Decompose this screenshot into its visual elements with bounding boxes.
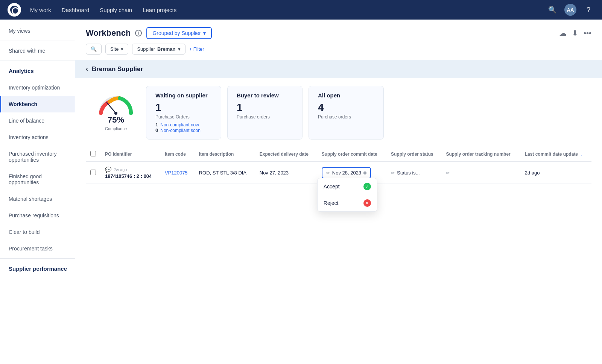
group-by-button[interactable]: Grouped by Supplier ▾	[146, 27, 211, 39]
non-compliant-now-num: 1	[155, 122, 158, 127]
all-open-title: All open	[318, 92, 374, 99]
main-layout: My views Shared with me Analytics Invent…	[0, 20, 602, 364]
waiting-count: 1	[155, 102, 212, 114]
sidebar-item-inventory-optimization[interactable]: Inventory optimization	[0, 79, 75, 96]
waiting-links: 1 Non-compliant now 0 Non-compliant soon	[155, 122, 212, 133]
page-header: Workbench i Grouped by Supplier ▾ ☁ ⬇ ••…	[75, 20, 602, 44]
supplier-name: Breman Supplier	[92, 65, 143, 73]
gauge-svg	[97, 94, 135, 115]
top-navigation: My work Dashboard Supply chain Lean proj…	[0, 0, 602, 20]
item-code-link[interactable]: VP120075	[165, 170, 188, 176]
commit-date-button[interactable]: ✏ Nov 28, 2023	[322, 167, 371, 179]
dropdown-accept-item[interactable]: Accept ✓	[318, 178, 377, 195]
sidebar-item-purchased-inventory[interactable]: Purchased inventory opportunities	[0, 146, 75, 168]
select-all-header	[86, 147, 100, 162]
tracking-pencil-icon: ✏	[446, 170, 450, 176]
po-age: 2w ago	[114, 167, 127, 172]
sidebar-item-my-views[interactable]: My views	[0, 23, 75, 39]
header-actions: ☁ ⬇ •••	[559, 29, 591, 38]
sidebar: My views Shared with me Analytics Invent…	[0, 20, 75, 364]
sidebar-item-clear-to-build[interactable]: Clear to build	[0, 224, 75, 240]
info-dot-icon	[363, 171, 366, 174]
item-code-cell: VP120075	[160, 162, 195, 184]
svg-line-0	[107, 103, 116, 113]
nav-links: My work Dashboard Supply chain Lean proj…	[30, 7, 546, 13]
sidebar-item-purchase-requisitions[interactable]: Purchase requisitions	[0, 207, 75, 224]
upload-icon[interactable]: ☁	[559, 29, 567, 38]
buyer-title: Buyer to review	[237, 92, 293, 99]
status-pencil-icon: ✏	[391, 170, 395, 176]
waiting-on-supplier-card[interactable]: Waiting on supplier 1 Purchase Orders 1 …	[146, 86, 221, 140]
select-all-checkbox[interactable]	[90, 151, 96, 156]
help-icon[interactable]: ?	[582, 4, 594, 16]
data-table-container: PO identifier Item code Item description…	[75, 147, 602, 191]
status-content: ✏ Status is...	[391, 170, 437, 176]
po-identifier-cell: 💬 2w ago 1874105746 : 2 : 004	[100, 162, 160, 184]
sidebar-item-shared-with-me[interactable]: Shared with me	[0, 42, 75, 59]
compliance-value: 75%	[108, 115, 124, 125]
sidebar-item-finished-good[interactable]: Finished good opportunities	[0, 168, 75, 191]
gauge-visual	[97, 94, 135, 115]
supplier-filter[interactable]: Supplier Breman ▾	[132, 44, 185, 55]
chevron-down-icon: ▾	[121, 46, 123, 52]
sidebar-item-analytics[interactable]: Analytics	[0, 62, 75, 79]
nav-dashboard[interactable]: Dashboard	[62, 7, 89, 13]
add-filter-button[interactable]: + Filter	[189, 46, 204, 52]
all-open-card[interactable]: All open 4 Purchase orders	[309, 86, 384, 140]
sidebar-item-supplier-performance[interactable]: Supplier performance	[0, 260, 75, 277]
svg-point-1	[114, 112, 117, 115]
commit-date-dropdown: Accept ✓ Reject ✕	[317, 178, 377, 212]
supply-order-commit-date-cell: ✏ Nov 28, 2023 Accept ✓	[317, 162, 386, 184]
chat-icon[interactable]: 💬	[105, 167, 111, 173]
metrics-row: 75% Compliance Waiting on supplier 1 Pur…	[75, 78, 602, 147]
supplier-value: Breman	[157, 46, 175, 52]
col-po-identifier: PO identifier	[100, 147, 160, 162]
sidebar-item-workbench[interactable]: Workbench	[0, 96, 75, 112]
buyer-sub: Purchase orders	[237, 114, 293, 120]
col-supply-order-tracking-number: Supply order tracking number	[441, 147, 520, 162]
download-icon[interactable]: ⬇	[572, 29, 578, 38]
user-avatar[interactable]: AA	[564, 4, 576, 16]
col-last-commit-date-update: Last commit date update ↓	[520, 147, 591, 162]
supplier-label: Supplier	[137, 46, 155, 52]
sidebar-item-inventory-actions[interactable]: Inventory actions	[0, 129, 75, 146]
non-compliant-now-row: 1 Non-compliant now	[155, 122, 212, 127]
back-arrow-icon[interactable]: ‹	[86, 65, 88, 73]
table-header: PO identifier Item code Item description…	[86, 147, 591, 162]
col-supply-order-commit-date: Supply order commit date	[317, 147, 386, 162]
status-text: Status is...	[397, 170, 420, 176]
chevron-down-icon: ▾	[178, 46, 181, 52]
nav-supply-chain[interactable]: Supply chain	[100, 7, 132, 13]
dropdown-reject-item[interactable]: Reject ✕	[318, 195, 377, 211]
supplier-section-header: ‹ Breman Supplier	[75, 60, 602, 78]
site-filter[interactable]: Site ▾	[105, 44, 128, 55]
col-item-description: Item description	[195, 147, 255, 162]
non-compliant-soon-link[interactable]: Non-compliant soon	[160, 128, 201, 133]
sidebar-divider-3	[0, 258, 75, 259]
supply-order-status-cell: ✏ Status is...	[386, 162, 441, 184]
col-supply-order-status: Supply order status	[386, 147, 441, 162]
search-icon[interactable]: 🔍	[546, 4, 558, 16]
more-options-icon[interactable]: •••	[584, 29, 591, 38]
col-item-code: Item code	[160, 147, 195, 162]
accept-check-icon: ✓	[363, 183, 371, 190]
row-checkbox[interactable]	[90, 170, 96, 175]
info-icon[interactable]: i	[135, 30, 142, 36]
sidebar-divider	[0, 41, 75, 41]
buyer-to-review-card[interactable]: Buyer to review 1 Purchase orders	[227, 86, 303, 140]
sort-desc-icon: ↓	[580, 152, 582, 157]
sidebar-item-material-shortages[interactable]: Material shortages	[0, 191, 75, 207]
nav-my-work[interactable]: My work	[30, 7, 51, 13]
tracking-number-cell: ✏	[441, 162, 520, 184]
waiting-sub: Purchase Orders	[155, 114, 212, 120]
po-meta: 💬 2w ago	[105, 167, 156, 173]
col-expected-delivery-date: Expected delivery date	[255, 147, 317, 162]
sidebar-item-line-of-balance[interactable]: Line of balance	[0, 112, 75, 129]
app-logo[interactable]	[8, 3, 21, 17]
filter-bar: 🔍 Site ▾ Supplier Breman ▾ + Filter	[75, 44, 602, 60]
search-button[interactable]: 🔍	[86, 44, 102, 55]
nav-lean-projects[interactable]: Lean projects	[143, 7, 176, 13]
purchase-orders-table: PO identifier Item code Item description…	[86, 147, 591, 184]
sidebar-item-procurement-tasks[interactable]: Procurement tasks	[0, 240, 75, 257]
non-compliant-now-link[interactable]: Non-compliant now	[160, 122, 199, 127]
